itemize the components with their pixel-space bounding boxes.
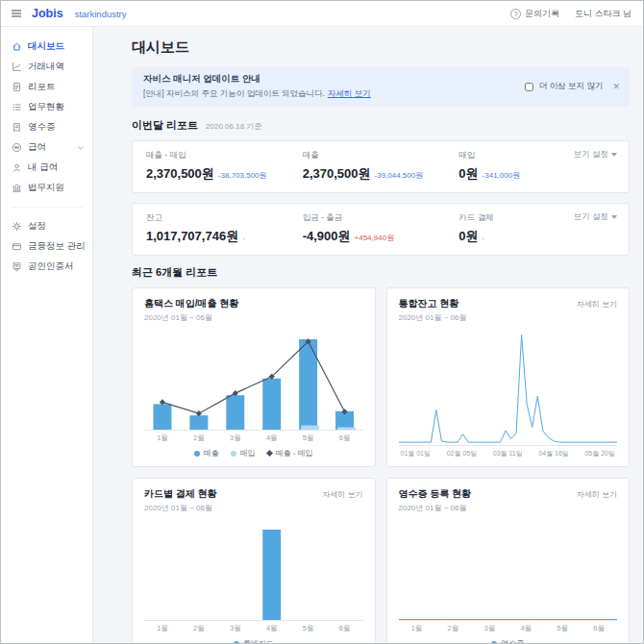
chart-card-balance: 통합잔고 현황 자세히 보기 2020년 01월 ~ 06월 01월 01일 0…	[386, 287, 631, 467]
monthly-report-header: 이번달 리포트 2020.06.18 기준	[132, 118, 630, 133]
metric-value: -4,900원	[303, 229, 351, 243]
x-tick: 1월	[399, 624, 435, 633]
chart-subtitle: 2020년 01월 ~ 06월	[144, 503, 363, 513]
chevron-down-icon	[77, 144, 85, 152]
view-settings-button[interactable]: 보기 설정	[574, 149, 617, 161]
chart-title: 통합잔고 현황	[399, 297, 459, 310]
metric-delta: -341,000원	[483, 171, 521, 180]
x-tick: 3월	[471, 624, 508, 633]
notice-detail-link[interactable]: 자세히 보기	[328, 88, 371, 98]
detail-link[interactable]: 자세히 보기	[322, 489, 362, 500]
metric-label: 잔고	[146, 212, 303, 224]
chart-legend: 영수증	[399, 638, 618, 643]
sidebar-item-label: 거래내역	[28, 61, 64, 73]
sidebar: 대시보드 거래내역 리포트 업무현황 영수증 급여	[1, 27, 93, 643]
legend-item-lottecard: 롯데카드	[234, 638, 274, 643]
home-icon	[12, 41, 22, 52]
receipt-line-chart	[399, 519, 618, 621]
metric-sales-minus-purchase: 매출 - 매입 2,370,500원-38,703,500원	[146, 150, 303, 183]
x-tick: 3월	[217, 433, 254, 443]
x-tick: 05월 20일	[584, 449, 615, 458]
sidebar-item-transactions[interactable]: 거래내역	[1, 57, 92, 77]
detail-link[interactable]: 자세히 보기	[577, 299, 617, 310]
metric-deposit-withdrawal: 입금 - 출금 -4,900원+454,940원	[303, 212, 459, 245]
sidebar-item-label: 설정	[28, 220, 46, 233]
sidebar-divider	[11, 207, 83, 208]
inquiry-label: 문의기록	[525, 8, 559, 20]
x-tick: 5월	[290, 433, 327, 443]
metric-delta: -38,703,500원	[218, 171, 267, 180]
chart-legend: 매출 매입 매출 - 매입	[144, 448, 363, 458]
x-tick: 02월 05일	[447, 449, 478, 458]
inquiry-link[interactable]: ? 문의기록	[510, 8, 559, 20]
metric-delta: +454,940원	[355, 234, 395, 242]
x-tick: 2월	[434, 624, 471, 633]
x-tick: 5월	[544, 624, 581, 633]
close-icon[interactable]: ✕	[612, 82, 620, 91]
metric-card-row2: 잔고 1,017,707,746원- 입금 - 출금 -4,900원+454,9…	[132, 203, 630, 256]
legend-item-net: 매출 - 매입	[267, 448, 313, 458]
company-name[interactable]: starkindustry	[75, 9, 127, 19]
sidebar-item-label: 법무지원	[28, 182, 64, 194]
notice-body-text: [안내] 자비스의 주요 기능이 업데이트 되었습니다.	[143, 88, 325, 98]
dismiss-checkbox[interactable]	[525, 83, 533, 91]
sidebar-item-label: 급여	[28, 141, 46, 154]
x-tick: 5월	[290, 624, 327, 633]
x-tick: 03월 11일	[493, 449, 523, 458]
metric-value: 0원	[458, 166, 478, 181]
legend-item-receipt: 영수증	[491, 638, 524, 643]
recent-reports-header: 최근 6개월 리포트	[132, 265, 630, 280]
x-tick: 4월	[254, 433, 290, 443]
x-tick: 1월	[144, 624, 181, 633]
x-tick: 3월	[217, 624, 254, 633]
chart-title: 카드별 결제 현황	[144, 487, 217, 501]
chart-card-cards: 카드별 결제 현황 자세히 보기 2020년 01월 ~ 06월 1월 2월 3…	[132, 478, 376, 643]
dot-icon	[234, 641, 239, 644]
legend-item-sales: 매출	[194, 448, 219, 458]
recent-reports-title: 최근 6개월 리포트	[132, 265, 217, 280]
chart-subtitle: 2020년 01월 ~ 06월	[399, 312, 618, 323]
body: 대시보드 거래내역 리포트 업무현황 영수증 급여	[1, 27, 643, 643]
x-tick: 04월 16일	[538, 449, 569, 458]
chart-subtitle: 2020년 01월 ~ 06월	[399, 503, 618, 513]
sidebar-item-certificate[interactable]: 공인인증서	[1, 257, 92, 277]
sidebar-item-label: 리포트	[28, 81, 56, 93]
detail-link[interactable]: 자세히 보기	[577, 489, 617, 500]
x-axis-labels: 1월 2월 3월 4월 5월 6월	[399, 624, 618, 633]
metric-card-row1: 매출 - 매입 2,370,500원-38,703,500원 매출 2,370,…	[132, 140, 630, 193]
hamburger-menu-icon[interactable]	[11, 8, 22, 19]
metric-label: 입금 - 출금	[303, 212, 459, 224]
metric-balance: 잔고 1,017,707,746원-	[146, 212, 303, 245]
metric-delta: -	[483, 234, 485, 242]
sidebar-item-payroll[interactable]: 급여	[1, 137, 92, 158]
document-icon	[12, 82, 22, 92]
monthly-report-title: 이번달 리포트	[132, 118, 198, 133]
x-tick: 01월 01일	[401, 449, 432, 458]
bank-card-icon	[12, 241, 22, 252]
sidebar-item-settings[interactable]: 설정	[1, 216, 92, 236]
metric-value: 2,370,500원	[303, 166, 371, 181]
sidebar-item-receipts[interactable]: 영수증	[1, 117, 92, 137]
chart-subtitle: 2020년 01월 ~ 06월	[144, 312, 363, 323]
sidebar-item-financial-info[interactable]: 금융정보 관리	[1, 236, 92, 257]
jobis-logo[interactable]: Jobis	[32, 7, 63, 20]
view-settings-button[interactable]: 보기 설정	[574, 211, 617, 223]
person-icon	[12, 162, 22, 173]
notice-title: 자비스 매니저 업데이트 안내	[143, 73, 525, 86]
user-menu[interactable]: 도니 스타크 님	[575, 8, 632, 20]
sidebar-item-legal-support[interactable]: 법무지원	[1, 178, 92, 198]
sidebar-item-work-status[interactable]: 업무현황	[1, 97, 92, 117]
notice-actions: 더 이상 보지 않기 ✕	[525, 81, 620, 92]
notice-body: [안내] 자비스의 주요 기능이 업데이트 되었습니다.자세히 보기	[143, 88, 525, 100]
sidebar-item-dashboard[interactable]: 대시보드	[1, 37, 92, 57]
sidebar-item-report[interactable]: 리포트	[1, 77, 92, 97]
sidebar-item-label: 대시보드	[28, 40, 64, 53]
sidebar-item-my-payroll[interactable]: 내 급여	[1, 158, 92, 178]
caret-down-icon	[611, 215, 617, 219]
chart-card-receipts: 영수증 등록 현황 자세히 보기 2020년 01월 ~ 06월 1월 2월 3…	[386, 478, 631, 643]
x-axis-labels: 1월 2월 3월 4월 5월 6월	[144, 624, 363, 633]
notice-text: 자비스 매니저 업데이트 안내 [안내] 자비스의 주요 기능이 업데이트 되었…	[143, 73, 525, 100]
chart-title: 영수증 등록 현황	[399, 487, 472, 501]
metric-value: 2,370,500원	[146, 166, 214, 181]
diamond-icon	[266, 450, 273, 457]
